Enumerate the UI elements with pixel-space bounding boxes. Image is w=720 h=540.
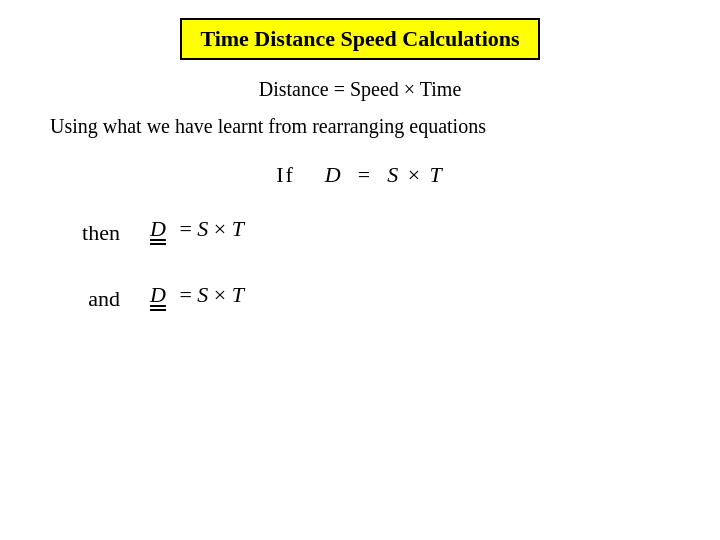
then-rest: = S × T <box>174 216 244 242</box>
if-line: If D = S × T <box>50 162 670 188</box>
subtitle-text: Distance = Speed × Time <box>259 78 462 100</box>
title-text: Time Distance Speed Calculations <box>200 26 519 51</box>
and-rest: = S × T <box>174 282 244 308</box>
using-line: Using what we have learnt from rearrangi… <box>50 115 670 138</box>
and-label: and <box>50 282 150 312</box>
then-label: then <box>50 216 150 246</box>
then-d: D <box>150 216 166 242</box>
title-box: Time Distance Speed Calculations <box>180 18 539 60</box>
then-row: then D = S × T <box>50 216 670 246</box>
subtitle: Distance = Speed × Time <box>259 78 462 101</box>
then-equation: D = S × T <box>150 216 244 242</box>
and-d: D <box>150 282 166 308</box>
and-equation: D = S × T <box>150 282 244 308</box>
and-row: and D = S × T <box>50 282 670 312</box>
using-text: Using what we have learnt from rearrangi… <box>50 115 486 137</box>
if-text: If D = S × T <box>276 162 444 187</box>
